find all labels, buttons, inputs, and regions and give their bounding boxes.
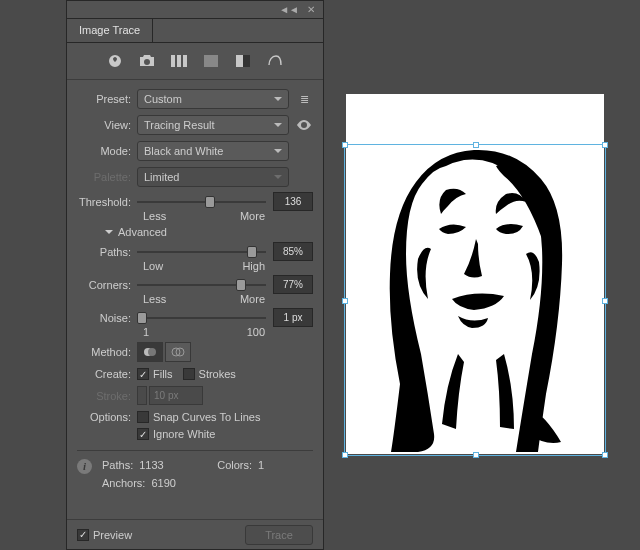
svg-point-7 <box>148 348 156 356</box>
collapse-icon[interactable]: ◄◄ <box>279 4 299 15</box>
info-anchors-value: 6190 <box>151 477 175 489</box>
threshold-slider[interactable] <box>137 194 266 210</box>
fills-label: Fills <box>153 368 173 380</box>
paths-value[interactable]: 85% <box>273 242 313 261</box>
paths-label: Paths: <box>77 246 137 258</box>
handle-ml[interactable] <box>342 298 348 304</box>
grayscale-icon[interactable] <box>202 53 220 69</box>
palette-select: Limited <box>137 167 289 187</box>
noise-value[interactable]: 1 px <box>273 308 313 327</box>
options-label: Options: <box>77 411 137 423</box>
auto-color-icon[interactable] <box>106 53 124 69</box>
info-paths-label: Paths: <box>102 459 133 471</box>
stroke-label: Stroke: <box>77 390 137 402</box>
info-icon: i <box>77 459 92 474</box>
mode-label: Mode: <box>77 145 137 157</box>
handle-bc[interactable] <box>473 452 479 458</box>
snap-checkbox[interactable] <box>137 411 149 423</box>
stroke-value: 10 px <box>149 386 203 405</box>
ignore-label: Ignore White <box>153 428 215 440</box>
corners-label: Corners: <box>77 279 137 291</box>
fills-checkbox[interactable]: ✓ <box>137 368 149 380</box>
preset-select[interactable]: Custom <box>137 89 289 109</box>
ignore-checkbox[interactable]: ✓ <box>137 428 149 440</box>
close-icon[interactable]: ✕ <box>307 4 315 15</box>
selection-bbox[interactable] <box>344 144 606 456</box>
handle-tr[interactable] <box>602 142 608 148</box>
panel-footer: ✓ Preview Trace <box>67 519 323 549</box>
tab-image-trace[interactable]: Image Trace <box>67 19 153 42</box>
low-color-icon[interactable] <box>170 53 188 69</box>
create-label: Create: <box>77 368 137 380</box>
svg-rect-1 <box>177 55 181 67</box>
noise-label: Noise: <box>77 312 137 324</box>
view-select[interactable]: Tracing Result <box>137 115 289 135</box>
preset-label: Preset: <box>77 93 137 105</box>
handle-tl[interactable] <box>342 142 348 148</box>
info-colors-label: Colors: <box>217 459 252 471</box>
outline-icon[interactable] <box>266 53 284 69</box>
handle-br[interactable] <box>602 452 608 458</box>
handle-mr[interactable] <box>602 298 608 304</box>
view-label: View: <box>77 119 137 131</box>
handle-tc[interactable] <box>473 142 479 148</box>
paths-slider[interactable] <box>137 244 266 260</box>
image-trace-panel: ◄◄ ✕ Image Trace Preset: Custom ≣ View: … <box>66 0 324 550</box>
svg-rect-2 <box>183 55 187 67</box>
handle-bl[interactable] <box>342 452 348 458</box>
info-anchors-label: Anchors: <box>102 477 145 489</box>
photo-icon[interactable] <box>138 53 156 69</box>
snap-label: Snap Curves To Lines <box>153 411 260 423</box>
panel-titlebar[interactable]: ◄◄ ✕ <box>67 1 323 19</box>
svg-rect-3 <box>204 55 218 67</box>
bw-icon[interactable] <box>234 53 252 69</box>
eye-icon[interactable] <box>295 116 313 134</box>
corners-value[interactable]: 77% <box>273 275 313 294</box>
preset-menu-icon[interactable]: ≣ <box>295 90 313 108</box>
threshold-label: Threshold: <box>77 196 137 208</box>
threshold-value[interactable]: 136 <box>273 192 313 211</box>
method-abutting-button[interactable] <box>137 342 163 362</box>
noise-slider[interactable] <box>137 310 266 326</box>
method-label: Method: <box>77 346 137 358</box>
svg-rect-5 <box>243 55 250 67</box>
info-paths-value: 1133 <box>139 459 181 471</box>
mode-select[interactable]: Black and White <box>137 141 289 161</box>
method-overlap-button[interactable] <box>165 342 191 362</box>
svg-rect-0 <box>171 55 175 67</box>
panel-tab-row: Image Trace <box>67 19 323 43</box>
corners-slider[interactable] <box>137 277 266 293</box>
stroke-stepper <box>137 386 147 405</box>
svg-rect-4 <box>236 55 243 67</box>
preview-label: Preview <box>93 529 132 541</box>
info-colors-value: 1 <box>258 459 264 471</box>
preview-checkbox[interactable]: ✓ <box>77 529 89 541</box>
trace-button: Trace <box>245 525 313 545</box>
advanced-toggle[interactable]: Advanced <box>105 226 313 238</box>
preset-icon-row <box>67 43 323 80</box>
strokes-label: Strokes <box>199 368 236 380</box>
palette-label: Palette: <box>77 171 137 183</box>
strokes-checkbox[interactable] <box>183 368 195 380</box>
